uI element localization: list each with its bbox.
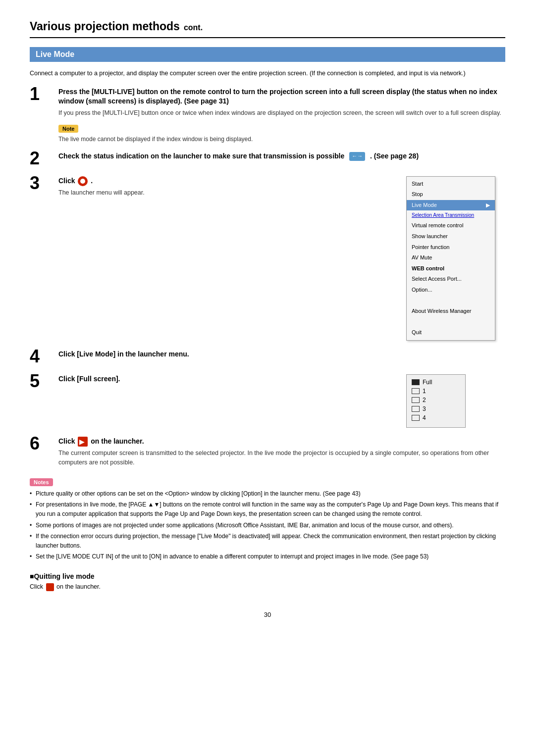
screen-1-label: 1 bbox=[423, 388, 426, 395]
step-3-content: Click . The launcher menu will appear. S… bbox=[58, 176, 505, 341]
menu-item-stop: Stop bbox=[407, 189, 495, 200]
note-badge: Note bbox=[58, 125, 78, 133]
launcher-icon bbox=[78, 176, 88, 186]
menu-item-option: Option... bbox=[407, 285, 495, 296]
screen-1-row: 1 bbox=[412, 388, 460, 395]
step-6-content: Click on the launcher. The current compu… bbox=[58, 437, 505, 467]
screen-2-row: 2 bbox=[412, 397, 460, 403]
note-text: The live mode cannot be displayed if the… bbox=[58, 136, 505, 143]
note-item-2: For presentations in live mode, the [PAG… bbox=[30, 500, 505, 518]
transmission-icon: ←→ bbox=[349, 152, 365, 160]
screen-2-icon bbox=[412, 397, 420, 403]
page-title: Various projection methods cont. bbox=[30, 20, 505, 33]
menu-item-selection: Selection Area Transmission bbox=[407, 210, 495, 220]
launcher-menu-image: Start Stop Live Mode Selection Area Tran… bbox=[406, 176, 505, 341]
screen-1-icon bbox=[412, 388, 420, 394]
step-4-content: Click [Live Mode] in the launcher menu. bbox=[58, 350, 505, 361]
quitting-title: ■Quitting live mode bbox=[30, 572, 505, 580]
menu-item-avmute: AV Mute bbox=[407, 252, 495, 263]
notes-list: Picture quality or other options can be … bbox=[30, 489, 505, 561]
notes-badge: Notes bbox=[30, 478, 53, 486]
screen-selector-image: Full 1 2 3 4 bbox=[406, 374, 505, 428]
step-5: 5 Click [Full screen]. Full 1 bbox=[30, 374, 505, 428]
note-item-1: Picture quality or other options can be … bbox=[30, 489, 505, 499]
screen-4-label: 4 bbox=[423, 414, 426, 421]
step-6-desc: The current computer screen is transmitt… bbox=[58, 449, 505, 467]
menu-item-start: Start bbox=[407, 179, 495, 190]
screen-full-label: Full bbox=[423, 379, 432, 386]
step-4-number: 4 bbox=[30, 348, 54, 365]
page-number: 30 bbox=[30, 611, 505, 618]
screen-3-row: 3 bbox=[412, 405, 460, 412]
screen-3-label: 3 bbox=[423, 405, 426, 412]
menu-item-about: About Wireless Manager bbox=[407, 306, 495, 317]
note-item-4: If the connection error occurs during pr… bbox=[30, 532, 505, 550]
step-6-title: Click on the launcher. bbox=[58, 437, 505, 447]
step-2-title: Check the status indication on the launc… bbox=[58, 151, 505, 161]
step-5-content: Click [Full screen]. Full 1 2 bbox=[58, 374, 505, 428]
menu-item-spacer2 bbox=[407, 317, 495, 328]
play-icon bbox=[78, 437, 88, 447]
menu-item-quit: Quit bbox=[407, 327, 495, 338]
launcher-menu: Start Stop Live Mode Selection Area Tran… bbox=[406, 176, 495, 341]
step-1-title: Press the [MULTI-LIVE] button on the rem… bbox=[58, 87, 505, 106]
step-4: 4 Click [Live Mode] in the launcher menu… bbox=[30, 350, 505, 365]
step-5-number: 5 bbox=[30, 372, 54, 390]
menu-item-show: Show launcher bbox=[407, 231, 495, 242]
menu-item-access: Select Access Port... bbox=[407, 274, 495, 285]
step-3-number: 3 bbox=[30, 174, 54, 192]
menu-item-livemode: Live Mode bbox=[407, 200, 495, 211]
screen-full-icon bbox=[412, 379, 420, 385]
step-2-content: Check the status indication on the launc… bbox=[58, 151, 505, 163]
screen-4-row: 4 bbox=[412, 414, 460, 421]
screen-2-label: 2 bbox=[423, 397, 426, 403]
screen-4-icon bbox=[412, 415, 420, 421]
step-4-title: Click [Live Mode] in the launcher menu. bbox=[58, 350, 505, 359]
menu-item-spacer1 bbox=[407, 296, 495, 306]
step-3: 3 Click . The launcher menu will appear.… bbox=[30, 176, 505, 341]
step-6: 6 Click on the launcher. The current com… bbox=[30, 437, 505, 467]
section-header: Live Mode bbox=[30, 47, 505, 62]
step-2: 2 Check the status indication on the lau… bbox=[30, 151, 505, 167]
intro-text: Connect a computer to a projector, and d… bbox=[30, 69, 505, 78]
screen-3-icon bbox=[412, 406, 420, 412]
menu-item-pointer: Pointer function bbox=[407, 242, 495, 253]
note-item-3: Some portions of images are not projecte… bbox=[30, 521, 505, 530]
step-1-content: Press the [MULTI-LIVE] button on the rem… bbox=[58, 87, 505, 143]
screen-full-row: Full bbox=[412, 379, 460, 386]
step-3-desc: The launcher menu will appear. bbox=[58, 188, 396, 198]
step-1-number: 1 bbox=[30, 85, 54, 103]
note-item-5: Set the [LIVE MODE CUT IN] of the unit t… bbox=[30, 552, 505, 561]
menu-item-virtual: Virtual remote control bbox=[407, 220, 495, 231]
quitting-section: ■Quitting live mode Click on the launche… bbox=[30, 572, 505, 591]
step-3-title: Click . bbox=[58, 176, 396, 186]
step-1-desc: If you press the [MULTI-LIVE] button onc… bbox=[58, 108, 505, 118]
notes-section: Notes Picture quality or other options c… bbox=[30, 478, 505, 561]
screen-selector: Full 1 2 3 4 bbox=[406, 374, 466, 428]
quitting-text: Click on the launcher. bbox=[30, 583, 505, 591]
step-1: 1 Press the [MULTI-LIVE] button on the r… bbox=[30, 87, 505, 143]
menu-item-web: WEB control bbox=[407, 263, 495, 274]
stop-icon bbox=[46, 583, 54, 591]
step-5-title: Click [Full screen]. bbox=[58, 374, 396, 384]
step-2-number: 2 bbox=[30, 150, 54, 167]
step-6-number: 6 bbox=[30, 435, 54, 453]
